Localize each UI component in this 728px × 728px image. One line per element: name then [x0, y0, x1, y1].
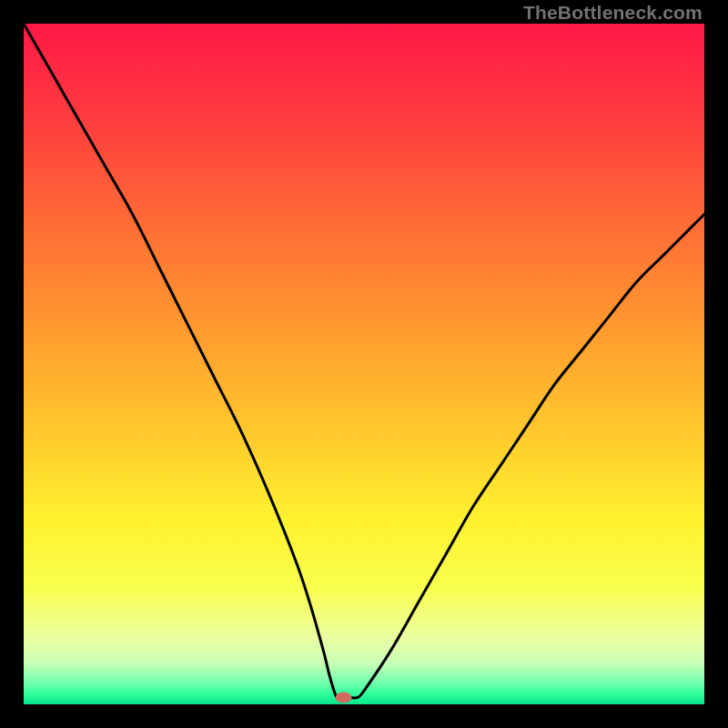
- gradient-background: [24, 24, 704, 704]
- chart-svg: [24, 24, 704, 704]
- optimal-point-marker: [336, 693, 352, 703]
- chart-frame: TheBottleneck.com: [0, 0, 728, 728]
- watermark-text: TheBottleneck.com: [523, 2, 703, 24]
- plot-area: [24, 24, 704, 704]
